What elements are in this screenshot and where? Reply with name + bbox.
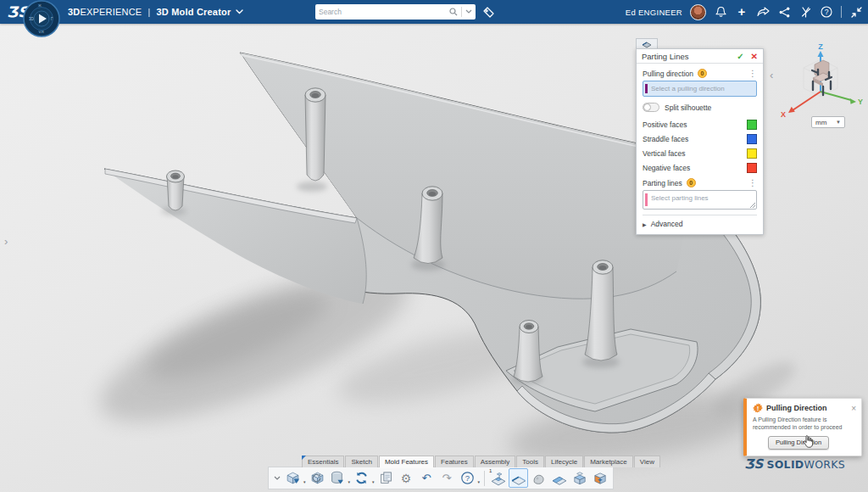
share-network-icon[interactable] [777, 5, 791, 19]
pulling-direction-input[interactable] [651, 85, 756, 92]
brand-3d: 3D [68, 7, 80, 17]
help-caret-icon[interactable]: ▾ [478, 479, 481, 484]
logo-solid-text: SOLID [766, 458, 804, 471]
panel-collapse-icon[interactable]: ‹ [770, 70, 773, 81]
negative-faces-color-swatch[interactable] [747, 163, 757, 173]
pulling-direction-field[interactable] [643, 81, 757, 97]
tab-mold-features[interactable]: Mold Features [379, 456, 434, 467]
tab-label: Essentials [308, 458, 338, 466]
search-icon[interactable] [449, 8, 458, 16]
cancel-close-icon[interactable]: ✕ [751, 52, 758, 61]
pulling-direction-button[interactable]: Pulling Direction [768, 436, 829, 450]
toolbar-collapse-icon[interactable] [272, 468, 282, 488]
straddle-faces-color-swatch[interactable] [747, 134, 757, 144]
pulling-direction-menu-icon[interactable]: ⋮ [748, 70, 757, 78]
tab-tools[interactable]: Tools [516, 456, 544, 467]
user-name[interactable]: Ed ENGINEER [626, 8, 682, 17]
tab-label: Sketch [351, 458, 371, 466]
top-bar-actions: Ed ENGINEER + ? [626, 0, 863, 24]
undo-icon[interactable]: ↶ [417, 468, 437, 488]
refresh-caret-icon[interactable]: ▾ [372, 479, 375, 484]
advanced-caret-icon: ▶ [643, 221, 647, 227]
user-avatar[interactable] [690, 4, 706, 20]
add-content-plus-icon[interactable]: + [735, 5, 748, 19]
svg-text:!: ! [757, 405, 760, 412]
split-silhouette-toggle[interactable] [643, 103, 659, 112]
parting-lines-tool-icon[interactable] [509, 468, 528, 488]
tab-view[interactable]: View [634, 456, 660, 467]
tab-label: Features [441, 458, 468, 466]
parting-lines-menu-icon[interactable]: ⋮ [748, 179, 757, 187]
tab-essentials[interactable]: Essentials [302, 456, 344, 467]
top-bar: ƷS 3D Г V.R Ж 3DEXPERIENCE | 3D Mold Cre… [0, 0, 868, 24]
search-input[interactable] [319, 8, 449, 16]
redo-icon[interactable]: ↷ [437, 468, 457, 488]
parting-lines-field[interactable] [643, 190, 757, 210]
update-model-icon[interactable] [308, 468, 327, 488]
tab-marketplace[interactable]: Marketplace [584, 456, 633, 467]
negative-faces-label: Negative faces [643, 164, 690, 172]
face-row: Straddle faces [643, 131, 757, 146]
vertical-faces-color-swatch[interactable] [747, 148, 757, 159]
insert-model-caret-icon[interactable]: ▾ [303, 479, 306, 484]
settings-gear-icon[interactable]: ⚙ [397, 468, 416, 488]
tab-label: Lifecycle [551, 458, 577, 466]
units-dropdown[interactable]: mm ▼ [811, 116, 845, 128]
svg-text:Ж: Ж [38, 3, 42, 8]
cavity-tool-icon[interactable]: 1 [488, 468, 508, 488]
save-to-database-icon[interactable] [328, 468, 348, 488]
tab-lifecycle[interactable]: Lifecycle [545, 456, 583, 467]
resize-grip[interactable] [750, 203, 755, 208]
confirm-check-icon[interactable]: ✓ [737, 52, 743, 61]
tab-label: View [640, 458, 654, 466]
parting-lines-tab-icon [642, 41, 652, 48]
toggle-knob [643, 103, 651, 111]
collapse-window-icon[interactable] [849, 5, 863, 19]
tab-label: Tools [522, 458, 538, 466]
insert-model-icon[interactable] [283, 468, 303, 488]
dassault-systemes-logo-icon: ƷS [744, 456, 763, 472]
action-bar: ▾ ▾ ▾ ⚙ ↶ ↷ ? ▾ 1 [268, 467, 614, 489]
face-row: Vertical faces [643, 146, 757, 160]
save-caret-icon[interactable]: ▾ [348, 479, 351, 484]
share-forward-icon[interactable] [756, 5, 770, 19]
svg-text:V.R: V.R [39, 30, 44, 34]
collaboration-tools-icon[interactable] [798, 5, 812, 19]
toast-message: A Pulling Direction feature is recommend… [753, 416, 856, 432]
advanced-expander[interactable]: ▶ Advanced [643, 215, 757, 230]
help-circle-icon[interactable]: ? [458, 468, 477, 488]
view-triad[interactable]: Z X Y [778, 42, 863, 117]
left-panel-expand-icon[interactable]: › [4, 236, 8, 247]
cavity-count-badge: 1 [489, 468, 492, 473]
axis-z-label: Z [818, 42, 823, 51]
offset-surface-tool-icon[interactable] [529, 468, 548, 488]
selection-bar [645, 193, 648, 206]
logo-works-text: WORKS [804, 458, 846, 471]
app-switcher-chevron-icon[interactable] [236, 9, 243, 14]
tag-icon[interactable] [481, 5, 496, 19]
active-selection-bar [645, 84, 648, 93]
tab-assembly[interactable]: Assembly [475, 456, 516, 467]
tab-sketch[interactable]: Sketch [345, 456, 377, 467]
help-icon[interactable]: ? [820, 5, 833, 19]
units-caret-icon: ▼ [836, 120, 841, 125]
positive-faces-color-swatch[interactable] [747, 120, 757, 130]
parting-lines-count-badge: 0 [687, 178, 696, 187]
duplicate-settings-icon[interactable] [376, 468, 396, 488]
solidworks-logo: ƷS SOLID WORKS [744, 456, 845, 472]
core-cavity-tool-icon[interactable] [590, 468, 609, 488]
parting-lines-input[interactable] [651, 194, 756, 208]
search-bar[interactable] [315, 4, 476, 20]
toast-close-icon[interactable]: × [851, 405, 856, 412]
refresh-sync-icon[interactable] [352, 468, 371, 488]
tab-features[interactable]: Features [435, 456, 474, 467]
tooling-split-tool-icon[interactable] [570, 468, 589, 488]
pulling-direction-label: Pulling direction [643, 70, 693, 78]
svg-text:?: ? [465, 473, 469, 483]
pulling-direction-toast: ! Pulling Direction × A Pulling Directio… [743, 398, 862, 456]
parting-surface-tool-icon[interactable] [549, 468, 569, 488]
3dexperience-compass-icon[interactable]: 3D Г V.R Ж [22, 0, 61, 38]
triad-chair-icon [812, 60, 832, 95]
search-options-chevron-icon[interactable] [465, 9, 472, 14]
notifications-bell-icon[interactable] [714, 5, 727, 19]
